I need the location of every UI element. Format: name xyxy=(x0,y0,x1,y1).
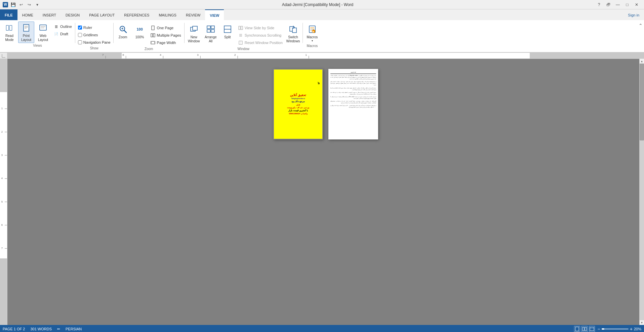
scroll-thumb[interactable] xyxy=(640,64,644,140)
zoom-100-label: 100% xyxy=(135,35,144,39)
outline-button[interactable]: ☰ Outline xyxy=(52,23,74,30)
zoom-slider: − + 20% xyxy=(598,327,641,331)
restore-button[interactable]: 🗗 xyxy=(604,0,613,9)
collapse-button[interactable]: ⌃ xyxy=(639,23,643,28)
zoom-button[interactable]: Zoom xyxy=(115,23,131,40)
cover-line1: فایل xyxy=(296,103,300,106)
page-width-button[interactable]: Page Width xyxy=(149,39,183,46)
cover-phone: واتساپ 09981366624 xyxy=(289,113,307,115)
gridlines-check-input[interactable] xyxy=(78,33,82,37)
language-info: PERSIAN xyxy=(66,327,82,331)
view-side-by-side-button[interactable]: View Side by Side xyxy=(236,24,284,32)
svg-rect-26 xyxy=(211,30,214,32)
print-view-icon[interactable] xyxy=(574,326,580,332)
status-bar: PAGE 1 OF 2 301 WORDS ✏ PERSIAN − + 20% xyxy=(0,325,644,332)
zoom-track[interactable] xyxy=(602,328,629,330)
customize-button[interactable]: ▾ xyxy=(34,1,41,8)
web-layout-label: Web Layout xyxy=(37,34,49,42)
ruler-check-input[interactable] xyxy=(78,26,82,30)
draft-button[interactable]: 📄 Draft xyxy=(52,30,74,38)
svg-line-12 xyxy=(124,30,126,33)
close-button[interactable]: ✕ xyxy=(632,0,641,9)
switch-windows-icon xyxy=(288,24,298,35)
zoom-percent: 20% xyxy=(634,327,641,331)
multiple-pages-label: Multiple Pages xyxy=(157,33,181,37)
tab-file[interactable]: FILE xyxy=(0,9,17,20)
svg-text:6: 6 xyxy=(1,224,3,226)
synchronous-scrolling-button[interactable]: Synchronous Scrolling xyxy=(236,32,284,39)
reset-window-position-label: Reset Window Position xyxy=(245,41,283,45)
maximize-button[interactable]: □ xyxy=(622,0,632,9)
main-area: 1 2 3 4 5 6 7 تحقیق آنلاین Tahghighonlin… xyxy=(0,59,644,325)
tab-page-layout[interactable]: PAGE LAYOUT xyxy=(84,9,119,20)
zoom-100-button[interactable]: 100 100% xyxy=(132,23,148,40)
save-button[interactable]: 💾 xyxy=(9,1,17,8)
arrange-all-button[interactable]: Arrange All xyxy=(203,23,219,44)
zoom-in-button[interactable]: + xyxy=(630,327,633,331)
tab-review[interactable]: REVIEW xyxy=(181,9,205,20)
ruler-checkbox[interactable]: Ruler xyxy=(77,24,93,31)
read-mode-button[interactable]: Read Mode xyxy=(1,22,17,43)
window-options: View Side by Side Synchronous Scrolling … xyxy=(236,23,284,46)
title-bar-left: W 💾 ↩ ↪ ▾ xyxy=(3,1,41,8)
window-group: New Window Arrange All Split xyxy=(186,22,301,52)
gridlines-checkbox[interactable]: Gridlines xyxy=(77,32,99,38)
sign-in-button[interactable]: Sign in xyxy=(623,9,644,20)
print-layout-button[interactable]: Print Layout xyxy=(18,22,34,43)
reset-window-position-button[interactable]: Reset Window Position xyxy=(236,39,284,46)
zoom-out-button[interactable]: − xyxy=(598,327,600,331)
tab-insert[interactable]: INSERT xyxy=(38,9,61,20)
switch-windows-button[interactable]: Switch Windows xyxy=(285,23,301,44)
vertical-scrollbar: ▲ ▼ xyxy=(639,59,644,325)
view-mode-icons xyxy=(574,326,595,332)
views-group: Read Mode Print Layout Web Layout xyxy=(1,22,74,49)
print-layout-label: Print Layout xyxy=(20,34,33,42)
svg-text:7: 7 xyxy=(102,53,104,56)
web-view-icon[interactable] xyxy=(589,326,595,332)
status-bar-right: − + 20% xyxy=(574,326,641,332)
svg-rect-2 xyxy=(6,26,8,30)
macros-group: ▶ Macros ▾ Macros xyxy=(304,22,320,49)
cover-title: تحقیق آنلاین xyxy=(290,93,307,97)
show-label: Show xyxy=(77,46,112,51)
split-icon xyxy=(222,24,233,35)
zoom-icon xyxy=(118,24,128,35)
ruler-scale: 7 6 4 3 2 1 xyxy=(7,53,644,58)
svg-rect-77 xyxy=(590,327,594,331)
arrange-all-icon xyxy=(205,24,216,35)
redo-button[interactable]: ↪ xyxy=(26,1,33,8)
scroll-down-button[interactable]: ▼ xyxy=(640,320,644,325)
tab-view[interactable]: VIEW xyxy=(205,9,224,20)
separator-3 xyxy=(184,23,185,43)
web-layout-button[interactable]: Web Layout xyxy=(35,22,51,43)
macros-button[interactable]: ▶ Macros ▾ xyxy=(304,23,320,43)
help-button[interactable]: ? xyxy=(594,0,604,9)
minimize-button[interactable]: — xyxy=(613,0,622,9)
one-page-button[interactable]: One Page xyxy=(149,24,183,32)
tab-home[interactable]: HOME xyxy=(17,9,38,20)
navigation-pane-checkbox[interactable]: Navigation Pane xyxy=(77,39,112,46)
svg-text:2: 2 xyxy=(1,131,3,133)
one-page-icon xyxy=(150,25,156,31)
synchronous-scrolling-label: Synchronous Scrolling xyxy=(245,33,281,37)
one-page-label: One Page xyxy=(157,26,174,30)
tab-design[interactable]: DESIGN xyxy=(61,9,84,20)
zoom-group: Zoom 100 100% One Page xyxy=(115,22,183,52)
ribbon-content: Read Mode Print Layout Web Layout xyxy=(0,20,644,52)
split-button[interactable]: Split xyxy=(219,23,236,40)
read-mode-label: Read Mode xyxy=(3,34,16,42)
ribbon-tabs: FILE HOME INSERT DESIGN PAGE LAYOUT REFE… xyxy=(0,9,644,20)
scroll-up-button[interactable]: ▲ xyxy=(640,59,644,64)
new-window-button[interactable]: New Window xyxy=(186,23,202,44)
undo-button[interactable]: ↩ xyxy=(17,1,25,8)
read-view-icon[interactable] xyxy=(581,326,588,332)
macros-label: Macros xyxy=(307,35,318,39)
scroll-track[interactable] xyxy=(640,64,644,320)
collapse-ribbon[interactable]: ⌃ xyxy=(639,22,643,28)
tab-mailings[interactable]: MAILINGS xyxy=(154,9,181,20)
multiple-pages-button[interactable]: Multiple Pages xyxy=(149,32,183,39)
title-bar: W 💾 ↩ ↪ ▾ Adad-Jermi [Compatibility Mode… xyxy=(0,0,644,9)
svg-text:▶: ▶ xyxy=(313,31,314,33)
tab-references[interactable]: REFERENCES xyxy=(119,9,154,20)
navigation-pane-check-input[interactable] xyxy=(78,40,82,44)
